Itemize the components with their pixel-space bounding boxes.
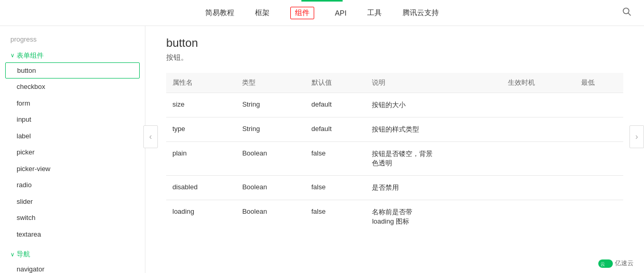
nav-item-tencent[interactable]: 腾讯云支持	[403, 6, 439, 20]
cell-default: default	[305, 93, 366, 118]
chevron-down-icon-nav: ∨	[10, 251, 15, 258]
sidebar-item-switch[interactable]: switch	[0, 210, 145, 226]
cell-type: Boolean	[236, 142, 305, 176]
cell-min	[575, 142, 623, 176]
cell-desc: 按钮是否镂空，背景色透明	[366, 142, 502, 176]
sidebar-item-label[interactable]: label	[0, 128, 145, 145]
prop-table: 属性名 类型 默认值 说明 生效时机 最低 size String defaul…	[166, 73, 623, 233]
cell-prop: plain	[166, 142, 236, 176]
table-row: size String default 按钮的大小	[166, 93, 623, 118]
table-row: type String default 按钮的样式类型	[166, 118, 623, 142]
sidebar-item-input[interactable]: input	[0, 111, 145, 128]
col-header-min: 最低	[575, 73, 623, 93]
cell-min	[575, 176, 623, 200]
layout: progress ∨ 表单组件 button checkbox form inp…	[0, 26, 644, 273]
nav-item-tutorial[interactable]: 简易教程	[205, 6, 234, 20]
sidebar: progress ∨ 表单组件 button checkbox form inp…	[0, 26, 145, 273]
nav-item-components[interactable]: 组件	[290, 7, 314, 19]
sidebar-section-nav[interactable]: ∨ 导航	[0, 246, 145, 261]
scroll-left-arrow[interactable]: ‹	[143, 125, 158, 148]
svg-text:云: 云	[600, 262, 605, 267]
sidebar-item-radio[interactable]: radio	[0, 177, 145, 193]
sidebar-item-picker-view[interactable]: picker-view	[0, 161, 145, 177]
cell-type: Boolean	[236, 176, 305, 200]
search-icon[interactable]	[622, 7, 632, 19]
cell-default: false	[305, 142, 366, 176]
component-title: button	[166, 36, 623, 50]
table-header-row: 属性名 类型 默认值 说明 生效时机 最低	[166, 73, 623, 93]
sidebar-item-checkbox[interactable]: checkbox	[0, 79, 145, 95]
cell-prop: size	[166, 93, 236, 118]
cell-when	[502, 118, 575, 142]
svg-line-1	[628, 13, 631, 16]
nav-item-framework[interactable]: 框架	[255, 6, 270, 20]
sidebar-item-navigator[interactable]: navigator	[0, 261, 145, 273]
cell-min	[575, 118, 623, 142]
main-content: button 按钮。 属性名 类型 默认值 说明 生效时机 最低 size St…	[145, 26, 644, 273]
cell-min	[575, 93, 623, 118]
cell-default: default	[305, 118, 366, 142]
sidebar-item-picker[interactable]: picker	[0, 144, 145, 161]
cell-desc: 名称前是否带loading 图标	[366, 200, 502, 234]
sidebar-item-form[interactable]: form	[0, 95, 145, 112]
col-header-when: 生效时机	[502, 73, 575, 93]
cell-type: Boolean	[236, 200, 305, 234]
cell-type: String	[236, 118, 305, 142]
sidebar-item-textarea[interactable]: textarea	[0, 226, 145, 243]
cell-desc: 是否禁用	[366, 176, 502, 200]
sidebar-section-forms[interactable]: ∨ 表单组件	[0, 48, 145, 62]
cell-prop: loading	[166, 200, 236, 234]
cell-type: String	[236, 93, 305, 118]
cell-when	[502, 200, 575, 234]
cell-when	[502, 176, 575, 200]
table-row: loading Boolean false 名称前是否带loading 图标	[166, 200, 623, 234]
nav-item-tools[interactable]: 工具	[367, 6, 382, 20]
cell-prop: type	[166, 118, 236, 142]
col-header-prop: 属性名	[166, 73, 236, 93]
chevron-down-icon: ∨	[10, 52, 15, 59]
cell-when	[502, 93, 575, 118]
col-header-default: 默认值	[305, 73, 366, 93]
bottom-logo: 云 亿速云	[598, 259, 634, 268]
sidebar-item-progress[interactable]: progress	[0, 31, 145, 48]
cell-min	[575, 200, 623, 234]
progress-bar	[301, 0, 343, 2]
col-header-desc: 说明	[366, 73, 502, 93]
cell-default: false	[305, 176, 366, 200]
nav-item-api[interactable]: API	[335, 7, 347, 19]
sidebar-item-slider[interactable]: slider	[0, 193, 145, 210]
scroll-right-arrow[interactable]: ›	[629, 125, 644, 148]
sidebar-item-button[interactable]: button	[5, 62, 140, 79]
cell-desc: 按钮的大小	[366, 93, 502, 118]
component-desc: 按钮。	[166, 53, 623, 62]
table-row: plain Boolean false 按钮是否镂空，背景色透明	[166, 142, 623, 176]
logo-icon: 云	[598, 259, 613, 268]
cell-default: false	[305, 200, 366, 234]
nav-items: 简易教程 框架 组件 API 工具 腾讯云支持	[205, 6, 439, 20]
cell-when	[502, 142, 575, 176]
top-nav: 简易教程 框架 组件 API 工具 腾讯云支持	[0, 0, 644, 26]
cell-prop: disabled	[166, 176, 236, 200]
logo-text: 亿速云	[615, 259, 634, 268]
table-row: disabled Boolean false 是否禁用	[166, 176, 623, 200]
col-header-type: 类型	[236, 73, 305, 93]
cell-desc: 按钮的样式类型	[366, 118, 502, 142]
